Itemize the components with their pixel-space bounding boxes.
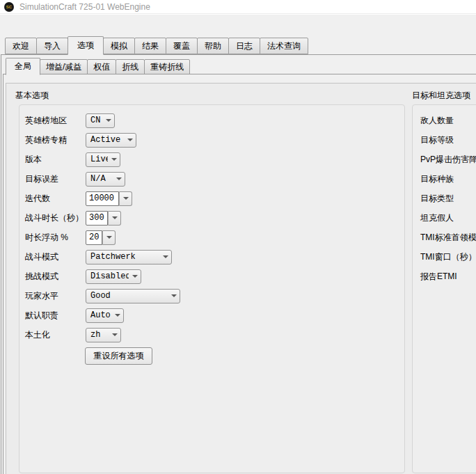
main-tab-welcome[interactable]: 欢迎 [5, 38, 37, 54]
dropdown[interactable]: Auto [86, 308, 124, 323]
tab-label: 帮助 [205, 41, 221, 51]
chevron-down-glyph [132, 275, 138, 278]
tab-label: 增益/减益 [46, 62, 81, 72]
sub-tab-plots[interactable]: 折线 [116, 59, 145, 74]
chevron-down-icon[interactable] [111, 309, 123, 322]
dropdown-value: zh [90, 330, 100, 340]
form-row-default-role: 默认职责 Auto [19, 306, 404, 325]
chevron-down-icon[interactable] [124, 134, 136, 147]
chevron-down-glyph [115, 314, 120, 317]
field-label: 战斗模式 [25, 251, 86, 263]
field-label: 目标等级 [420, 134, 454, 146]
tab-label: 覆盖 [173, 41, 190, 51]
chevron-down-glyph [171, 294, 177, 297]
dropdown[interactable]: Active [86, 133, 136, 148]
dropdown-value: Active [90, 135, 120, 145]
field-label: TMI标准首领模型 [420, 232, 476, 244]
tab-label: 重铸折线 [150, 62, 184, 72]
window-title: SimulationCraft 725-01 WebEngine [19, 2, 150, 12]
chevron-down-icon[interactable] [102, 114, 114, 127]
options-sub-tab-bar: 全局 增益/减益 权值 折线 重铸折线 [6, 58, 189, 74]
form-row-pvp-crit-reduction: PvP爆击伤害降低 [413, 150, 476, 169]
dropdown-value: Good [90, 291, 111, 301]
dropdown[interactable]: CN [86, 113, 115, 128]
form-row-armory-region: 英雄榜地区 CN [19, 111, 404, 130]
chevron-down-glyph [123, 197, 129, 200]
dropdown[interactable]: N/A [86, 172, 125, 187]
tab-label: 折线 [122, 62, 138, 72]
dropdown[interactable]: Patchwerk [86, 250, 172, 264]
reset-all-settings-button[interactable]: 重设所有选项 [85, 347, 152, 365]
sub-tab-reforge-plots[interactable]: 重铸折线 [144, 59, 190, 74]
logo-monogram: SC [6, 5, 12, 9]
main-tab-simulate[interactable]: 模拟 [103, 38, 135, 54]
tab-label: 日志 [236, 41, 253, 51]
chevron-down-glyph [106, 119, 111, 122]
field-label: 挑战模式 [25, 271, 86, 283]
field-label: 报告ETMI [420, 271, 457, 283]
basic-options-rows: 英雄榜地区 CN 英雄榜专精 [19, 111, 404, 345]
dropdown-value: Disabled [90, 271, 129, 281]
main-tab-help[interactable]: 帮助 [197, 38, 229, 54]
dropdown-value: 300 [89, 213, 104, 223]
sub-tab-scaling[interactable]: 权值 [87, 59, 116, 74]
tab-label: 权值 [93, 62, 110, 72]
form-row-tmi-window: TMI窗口（秒） [413, 247, 476, 267]
form-row-tank-dummy: 坦克假人 [413, 208, 476, 228]
dropdown-value: N/A [90, 174, 106, 184]
target-options-groupbox: 敌人数量 目标等级 PvP爆击伤害降低 目标种族 目标类型 坦克假人 TMI标准… [412, 104, 476, 473]
chevron-down-icon[interactable] [113, 173, 125, 186]
chevron-down-icon[interactable] [168, 290, 180, 303]
globals-scroll-area[interactable]: 基本选项 英雄榜地区 CN 英雄榜 [6, 83, 476, 474]
chevron-down-glyph [127, 139, 133, 141]
dropdown[interactable]: Disabled [86, 269, 141, 284]
chevron-down-glyph [112, 216, 118, 219]
form-row-version: 版本 Live [19, 150, 404, 169]
field-label: PvP爆击伤害降低 [420, 154, 476, 166]
dropdown[interactable]: 300 [86, 211, 121, 226]
form-row-show-etmi: 报告ETMI [413, 267, 476, 286]
chevron-down-icon[interactable] [108, 211, 121, 226]
chevron-down-icon[interactable] [108, 153, 120, 166]
chevron-down-glyph [112, 333, 118, 336]
main-tab-options[interactable]: 选项 [68, 36, 104, 55]
main-tab-spell-query[interactable]: 法术查询 [260, 38, 308, 54]
chevron-down-icon[interactable] [102, 230, 116, 245]
sub-tab-globals[interactable]: 全局 [6, 58, 40, 75]
chevron-down-glyph [111, 158, 117, 161]
main-tab-import[interactable]: 导入 [36, 38, 68, 54]
chevron-down-icon[interactable] [109, 329, 120, 342]
main-tab-overrides[interactable]: 覆盖 [166, 38, 198, 54]
main-tab-log[interactable]: 日志 [228, 38, 260, 54]
dropdown-value: 20 [89, 232, 99, 242]
dropdown-value: Patchwerk [90, 252, 136, 262]
chevron-down-icon[interactable] [119, 191, 132, 206]
tab-label: 选项 [77, 40, 94, 50]
field-label: 战斗时长（秒） [25, 212, 86, 224]
chevron-down-icon[interactable] [159, 251, 171, 264]
dropdown[interactable]: Live [86, 152, 120, 167]
sub-tab-buffs-debuffs[interactable]: 增益/减益 [40, 59, 88, 74]
target-options-rows: 敌人数量 目标等级 PvP爆击伤害降低 目标种族 目标类型 坦克假人 TMI标准… [413, 111, 476, 286]
chevron-down-glyph [116, 177, 122, 180]
dropdown[interactable]: Good [86, 289, 180, 303]
field-label: 敌人数量 [420, 115, 454, 127]
field-label: 英雄榜专精 [25, 134, 86, 146]
form-row-player-skill: 玩家水平 Good [19, 286, 404, 306]
dropdown[interactable]: 10000 [86, 191, 132, 206]
form-row-vary-length: 时长浮动 % 20 [19, 228, 404, 247]
form-row-fight-style: 战斗模式 Patchwerk [19, 247, 404, 267]
tab-label: 全局 [15, 61, 31, 71]
field-label: 迭代数 [25, 193, 86, 205]
field-label: 目标误差 [25, 173, 86, 185]
dropdown[interactable]: 20 [86, 230, 116, 245]
dropdown-value: Live [90, 155, 108, 164]
form-row-target-race: 目标种族 [413, 169, 476, 189]
basic-options-groupbox: 英雄榜地区 CN 英雄榜专精 [19, 104, 405, 473]
main-tab-results[interactable]: 结果 [134, 38, 166, 54]
chevron-down-icon[interactable] [129, 270, 141, 283]
field-label: 玩家水平 [25, 290, 86, 302]
form-row-target-type: 目标类型 [413, 189, 476, 208]
dropdown[interactable]: zh [86, 328, 121, 342]
chevron-down-glyph [163, 255, 168, 258]
